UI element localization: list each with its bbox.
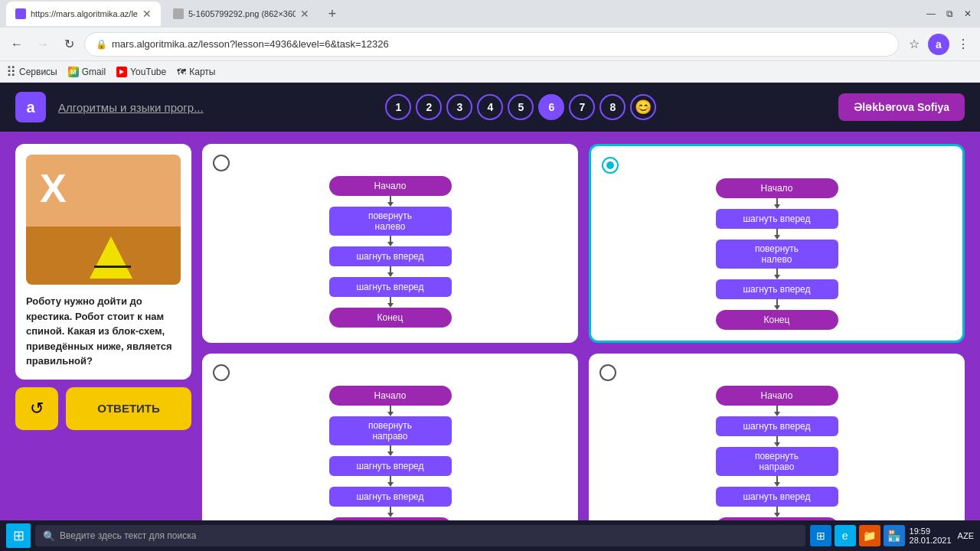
start-button[interactable]: ⊞ (6, 523, 31, 548)
fc-d-4: шагнуть вперед (716, 487, 838, 507)
answer-grid: Начало повернутьналево шагнуть вперед ша… (202, 144, 965, 551)
gmail-label: Gmail (82, 67, 106, 77)
app-header: a Алгоритмы и языки прогр... 1 2 3 4 5 6… (0, 83, 980, 132)
step-1[interactable]: 1 (385, 94, 411, 120)
taskbar: ⊞ 🔍 Введите здесь текст для поиска ⊞ e 📁… (0, 520, 980, 551)
tab2-close[interactable]: ✕ (300, 8, 309, 20)
taskbar-time: 19:59 28.01.2021 (910, 527, 952, 545)
fc-d-3: повернутьнаправо (716, 447, 838, 476)
apps-icon: ⠿ (6, 64, 16, 80)
services-bookmark[interactable]: ⠿ Сервисы (6, 64, 57, 80)
main-content: X Роботу нужно дойти до крестика. Робот … (0, 132, 980, 551)
store-button[interactable]: 🏪 (884, 525, 905, 546)
radio-a[interactable] (213, 155, 230, 171)
new-tab-button[interactable]: + (322, 3, 343, 24)
fc-c-2: повернутьнаправо (329, 416, 452, 445)
fc-c-4: шагнуть вперед (329, 487, 452, 507)
step-7[interactable]: 7 (569, 94, 595, 120)
profile-button[interactable]: a (928, 34, 949, 55)
address-text: mars.algoritmika.az/lesson?lesson=4936&l… (112, 38, 389, 50)
step-smile[interactable]: 😊 (630, 94, 656, 120)
answer-card-a[interactable]: Начало повернутьналево шагнуть вперед ша… (202, 144, 578, 343)
address-bar[interactable]: 🔒 mars.algoritmika.az/lesson?lesson=4936… (84, 32, 899, 57)
system-tray: 19:59 28.01.2021 AZE (910, 527, 974, 545)
search-bar[interactable]: 🔍 Введите здесь текст для поиска (35, 525, 805, 546)
step-indicators: 1 2 3 4 5 6 7 8 😊 (385, 94, 656, 120)
fc-b-3: повернутьналево (716, 240, 838, 269)
youtube-bookmark[interactable]: ▶ YouTube (116, 67, 166, 77)
menu-button[interactable]: ⋮ (952, 34, 974, 55)
services-label: Сервисы (19, 67, 57, 77)
step-5[interactable]: 5 (508, 94, 534, 120)
search-icon: 🔍 (43, 530, 55, 542)
forward-button[interactable]: → (32, 34, 54, 55)
radio-d[interactable] (599, 364, 616, 381)
tab1-close[interactable]: ✕ (142, 8, 152, 20)
taskbar-lang: AZE (958, 531, 974, 540)
maximize-button[interactable]: ⧉ (943, 8, 956, 20)
fc-a-2: повернутьналево (329, 207, 452, 236)
edge-icon: e (842, 530, 848, 542)
left-panel: X Роботу нужно дойти до крестика. Робот … (15, 144, 191, 430)
answer-card-b[interactable]: Начало шагнуть вперед повернутьналево ша… (589, 144, 965, 343)
step-8[interactable]: 8 (599, 94, 626, 120)
fc-a-4: шагнуть вперед (329, 277, 452, 297)
step-4[interactable]: 4 (477, 94, 503, 120)
fc-b-start: Начало (716, 178, 838, 198)
fc-d-start: Начало (716, 386, 838, 406)
maps-label: Карты (189, 67, 215, 77)
answer-button[interactable]: ОТВЕТИТЬ (66, 387, 191, 430)
edge-button[interactable]: e (835, 525, 856, 546)
toolbar-right: ☆ a ⋮ (903, 34, 974, 55)
fc-c-start: Начало (329, 386, 452, 406)
question-text: Роботу нужно дойти до крестика. Робот ст… (26, 294, 181, 369)
close-button[interactable]: ✕ (962, 8, 974, 20)
active-tab[interactable]: https://mars.algoritmika.az/less... ✕ (6, 2, 161, 26)
action-buttons: ↺ ОТВЕТИТЬ (15, 387, 191, 430)
taskbar-icons: ⊞ e 📁 🏪 (810, 525, 905, 546)
question-card: X Роботу нужно дойти до крестика. Робот … (15, 144, 191, 380)
browser-titlebar: https://mars.algoritmika.az/less... ✕ 5-… (0, 0, 980, 28)
maps-icon: 🗺 (177, 67, 186, 77)
robot-illustration: X (26, 155, 181, 285)
gmail-bookmark[interactable]: M Gmail (68, 67, 106, 77)
step-2[interactable]: 2 (416, 94, 442, 120)
radio-c[interactable] (213, 364, 230, 381)
flowchart-c: Начало повернутьнаправо шагнуть вперед ш… (213, 386, 567, 537)
tab2-title: 5-1605799292.png (862×360) (188, 9, 296, 18)
fc-a-3: шагнуть вперед (329, 246, 452, 266)
app-logo: a (15, 92, 46, 122)
reset-button[interactable]: ↺ (15, 387, 58, 430)
bookmark-star-icon[interactable]: ☆ (903, 34, 925, 55)
app-title[interactable]: Алгоритмы и языки прогр... (58, 101, 204, 114)
gmail-icon: M (68, 67, 79, 77)
flowchart-b: Начало шагнуть вперед повернутьналево ша… (602, 178, 952, 330)
minimize-button[interactable]: — (925, 8, 937, 20)
refresh-button[interactable]: ↻ (58, 34, 80, 55)
store-icon: 🏪 (887, 530, 900, 542)
robot-base (94, 266, 131, 268)
tab1-title: https://mars.algoritmika.az/less... (31, 9, 138, 18)
maps-bookmark[interactable]: 🗺 Карты (177, 67, 215, 77)
youtube-label: YouTube (130, 67, 166, 77)
reset-icon: ↺ (30, 399, 44, 419)
step-3[interactable]: 3 (446, 94, 472, 120)
fc-a-start: Начало (329, 176, 452, 196)
inactive-tab[interactable]: 5-1605799292.png (862×360) ✕ (164, 2, 318, 26)
window-controls: — ⧉ ✕ (925, 8, 974, 20)
lock-icon: 🔒 (96, 39, 107, 50)
step-6[interactable]: 6 (538, 94, 564, 120)
back-button[interactable]: ← (6, 34, 28, 55)
fc-a-end: Конец (329, 308, 452, 328)
search-placeholder: Введите здесь текст для поиска (60, 530, 196, 541)
tab1-favicon (15, 8, 26, 19)
flowchart-d: Начало шагнуть вперед повернутьнаправо ш… (599, 386, 954, 537)
fc-b-end: Конец (716, 310, 838, 330)
taskview-button[interactable]: ⊞ (810, 525, 831, 546)
radio-b[interactable] (602, 157, 619, 174)
taskview-icon: ⊞ (816, 530, 825, 542)
youtube-icon: ▶ (116, 67, 127, 77)
user-button[interactable]: Әləkbərova Sofiya (838, 93, 965, 121)
explorer-button[interactable]: 📁 (859, 525, 880, 546)
windows-icon: ⊞ (13, 527, 24, 544)
